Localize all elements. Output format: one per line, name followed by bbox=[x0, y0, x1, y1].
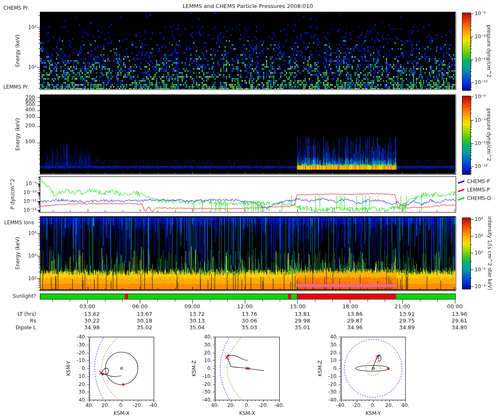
pressure-y-axis-label: P dyn/cm^2 bbox=[10, 178, 16, 209]
lemms-panel-label: LEMMS Pr. bbox=[3, 84, 29, 90]
orbit-x-tick-label: 20. bbox=[97, 402, 114, 409]
row-value: 13.81 bbox=[288, 311, 317, 318]
y-tick-label: 200. bbox=[17, 122, 37, 129]
orbit-y-tick-label: -20. bbox=[69, 349, 87, 356]
row-value: 13.96 bbox=[445, 311, 474, 318]
colorbar-tick-label: 10² bbox=[475, 233, 483, 239]
sunlight-segment-shadow bbox=[297, 294, 396, 299]
row-value: 35.02 bbox=[130, 324, 159, 331]
y-tick-label: 10⁻¹² bbox=[17, 207, 37, 213]
lemms-spectrogram-canvas bbox=[40, 95, 455, 174]
row-label-rs: Rs bbox=[0, 318, 36, 324]
sunlight-segment-sun bbox=[128, 294, 288, 299]
orbit1-x-axis-label: KSM-X bbox=[89, 410, 154, 417]
orbit-y-tick-label: 30. bbox=[320, 341, 338, 348]
row-value: 13.72 bbox=[182, 311, 212, 318]
orbit-y-tick-label: 40. bbox=[320, 333, 338, 340]
orbit-y-tick-label: -20. bbox=[194, 381, 212, 388]
row-value: 30.13 bbox=[182, 318, 212, 324]
y-tick-label: 10⁻¹¹ bbox=[17, 198, 37, 205]
orbit-y-tick-label: -10. bbox=[69, 357, 87, 364]
y-tick-label: 100. bbox=[17, 138, 37, 145]
orbit-y-tick-label: 20. bbox=[194, 349, 212, 356]
y-tick-label: 10² bbox=[17, 275, 37, 282]
row-value: 13.76 bbox=[235, 311, 264, 318]
row-value: 35.04 bbox=[182, 324, 212, 331]
orbit-y-tick-label: -30. bbox=[194, 388, 212, 395]
colorbar-tick-label: 10⁻² bbox=[475, 266, 486, 273]
sunlight-bar bbox=[40, 294, 456, 299]
orbit-y-tick-label: -10. bbox=[320, 373, 338, 380]
orbit-x-tick-label: 20. bbox=[223, 402, 239, 409]
legend-label-chems-o: CHEMS-O bbox=[467, 195, 491, 202]
sunlight-row-label: Sunlight? bbox=[0, 293, 36, 299]
sunlight-segment-sun bbox=[40, 294, 125, 299]
orbit-y-tick-label: -40. bbox=[69, 333, 87, 340]
time-tick-label: 21:00 bbox=[388, 303, 417, 310]
y-tick-label: 10² bbox=[17, 24, 37, 31]
chems-y-axis-label: Energy (keV) bbox=[15, 34, 21, 67]
row-value: 13.67 bbox=[130, 311, 159, 318]
y-tick-label: 10⁴ bbox=[17, 230, 37, 236]
time-tick-label: 15:00 bbox=[283, 303, 312, 310]
colorbar-tick-label: 10⁻¹² bbox=[475, 163, 488, 170]
legend-label-lemms-p: LEMMS-P bbox=[467, 186, 490, 193]
orbit2-x-axis-label: KSM-X bbox=[215, 410, 279, 417]
colorbar-tick-label: 10⁻¹⁰ bbox=[475, 33, 488, 40]
row-value: 29.87 bbox=[340, 318, 370, 324]
time-tick-label: 03:00 bbox=[73, 303, 102, 310]
orbit-x-tick-label: 20. bbox=[381, 402, 398, 409]
legend-label-chems-p: CHEMS-P bbox=[467, 178, 490, 185]
orbit-x-tick-label: 0. bbox=[239, 402, 256, 409]
orbit-y-tick-label: 0. bbox=[69, 365, 87, 372]
orbit-y-tick-label: 30. bbox=[194, 341, 212, 348]
y-tick-label: 10⁻⁹ bbox=[17, 180, 37, 187]
row-value: 30.06 bbox=[235, 318, 264, 324]
ions-spectrogram-canvas bbox=[40, 217, 455, 290]
orbit-y-tick-label: 20. bbox=[69, 381, 87, 388]
colorbar-tick-label: 10⁻¹² bbox=[475, 79, 488, 86]
time-tick-label: 09:00 bbox=[178, 303, 207, 310]
orbit-x-tick-label: 0. bbox=[113, 402, 130, 409]
orbit-y-tick-label: 30. bbox=[69, 388, 87, 395]
colorbar-tick-label: 10⁰ bbox=[475, 249, 483, 256]
pressure-lineplot-canvas bbox=[40, 177, 455, 212]
orbit-y-tick-label: -20. bbox=[320, 381, 338, 388]
time-tick-label: 06:00 bbox=[125, 303, 155, 310]
row-value: 29.75 bbox=[392, 318, 422, 324]
orbit-y-tick-label: 10. bbox=[320, 357, 338, 364]
row-label-lt: LT (hrs) bbox=[0, 311, 36, 318]
orbit-y-tick-label: -40. bbox=[194, 396, 212, 403]
colorbar-intensity-unit-label: intensity 1/(s cm^2 ster keV) bbox=[487, 216, 493, 290]
time-tick-label: 12:00 bbox=[230, 303, 260, 310]
sunlight-segment-sun bbox=[291, 294, 297, 299]
y-tick-label: 300. bbox=[17, 113, 37, 120]
orbit-x-tick-label: 40. bbox=[397, 402, 414, 409]
orbit-y-tick-label: 20. bbox=[320, 349, 338, 356]
row-value: 13.91 bbox=[392, 311, 422, 318]
chems-spectrogram-canvas bbox=[40, 12, 455, 89]
y-tick-label: 10³ bbox=[17, 252, 37, 259]
sunlight-segment-shadow bbox=[125, 294, 128, 299]
colorbar-tick-label: 10⁻⁹ bbox=[475, 93, 486, 100]
orbit-y-tick-label: 10. bbox=[194, 357, 212, 364]
orbit-x-tick-label: -20. bbox=[129, 402, 146, 409]
row-value: 29.61 bbox=[445, 318, 474, 324]
sunlight-segment-shadow bbox=[288, 294, 291, 299]
colorbar-tick-label: 10⁴ bbox=[475, 216, 483, 223]
orbit-y-tick-label: 10. bbox=[69, 373, 87, 380]
row-value: 29.98 bbox=[288, 318, 317, 324]
row-label-dipole-l: Dipole L bbox=[0, 324, 36, 331]
row-value: 30.22 bbox=[77, 318, 107, 324]
colorbar-tick-label: 10⁻¹¹ bbox=[475, 140, 488, 147]
row-value: 34.80 bbox=[445, 324, 474, 331]
orbit-x-tick-label: -20. bbox=[349, 402, 365, 409]
figure: LEMMS and CHEMS Particle Pressures 2008:… bbox=[0, 0, 504, 420]
orbit-y-tick-label: 40. bbox=[69, 396, 87, 403]
orbit-y-tick-label: 0. bbox=[320, 365, 338, 372]
orbit-y-tick-label: -40. bbox=[320, 396, 338, 403]
colorbar-tick-label: 10⁻¹¹ bbox=[475, 56, 488, 63]
orbit-y-tick-label: -30. bbox=[320, 388, 338, 395]
y-tick-label: 400. bbox=[17, 106, 37, 113]
row-value: 35.03 bbox=[235, 324, 264, 331]
